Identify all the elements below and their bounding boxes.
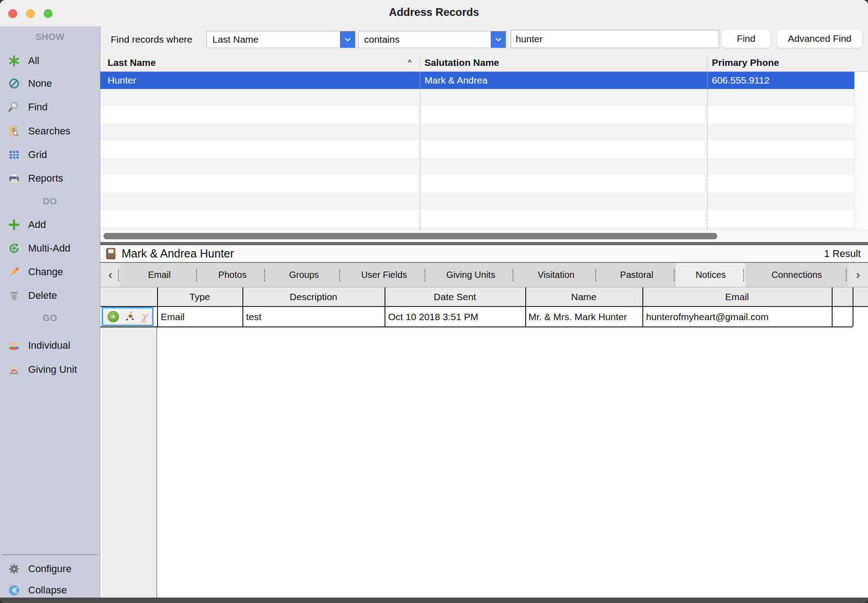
row-action-cell: χ [102, 307, 153, 326]
sidebar: SHOW All None Find Searches Grid Reports… [0, 26, 100, 598]
column-divider-dotted [707, 72, 708, 89]
grid-icon [8, 149, 20, 161]
column-divider[interactable] [707, 55, 708, 70]
cell-name: Mr. & Mrs. Mark Hunter [528, 307, 627, 326]
sidebar-item-grid[interactable]: Grid [0, 146, 100, 164]
runner-icon[interactable] [125, 311, 135, 323]
column-header-last-name[interactable]: Last Name [108, 54, 156, 71]
tab-separator [674, 269, 675, 281]
column-border [853, 307, 853, 326]
column-header-type[interactable]: Type [157, 287, 242, 306]
person-desk-icon [8, 364, 20, 376]
search-input[interactable] [511, 30, 719, 48]
column-border [642, 307, 643, 326]
find-button[interactable]: Find [721, 29, 771, 48]
action-column-strip [102, 327, 157, 598]
tab-separator [743, 269, 744, 281]
circular-add-icon [8, 242, 20, 254]
tab-photos[interactable]: Photos [198, 263, 266, 287]
tab-separator [595, 269, 596, 281]
operator-select[interactable]: contains [358, 31, 506, 48]
column-header-date-sent[interactable]: Date Sent [385, 287, 525, 306]
column-header-name[interactable]: Name [525, 287, 642, 306]
tab-separator [846, 269, 847, 281]
column-header-email[interactable]: Email [642, 287, 832, 306]
chevron-right-icon: › [856, 268, 860, 282]
result-row-selected[interactable]: Hunter Mark & Andrea 606.555.9112 [100, 72, 854, 89]
sidebar-item-giving-unit[interactable]: Giving Unit [0, 361, 100, 379]
app-window: Address Records SHOW All None Find Searc… [0, 0, 868, 603]
tab-user-fields[interactable]: User Fields [341, 263, 427, 287]
section-header-do: DO [0, 195, 100, 207]
record-header: Mark & Andrea Hunter 1 Result [100, 245, 868, 262]
column-border [832, 287, 833, 306]
tab-scroll-right[interactable]: › [848, 263, 868, 287]
find-prompt-label: Find records where [111, 34, 192, 45]
people-icon [8, 340, 20, 351]
operator-select-value: contains [364, 31, 399, 48]
tab-pastoral[interactable]: Pastoral [597, 263, 676, 287]
sidebar-item-label: Find [28, 98, 48, 116]
tab-groups[interactable]: Groups [266, 263, 341, 287]
address-book-icon [105, 247, 117, 260]
sidebar-item-label: Collapse [28, 581, 67, 599]
sidebar-item-searches[interactable]: Searches [0, 122, 100, 140]
notice-row[interactable]: χ Email test Oct 10 2018 3:51 PM Mr. & M… [100, 307, 853, 327]
cell-last-name: Hunter [108, 72, 136, 89]
column-border [242, 307, 243, 326]
sidebar-item-configure[interactable]: Configure [0, 560, 100, 578]
sidebar-item-individual[interactable]: Individual [0, 336, 100, 355]
field-select[interactable]: Last Name [207, 31, 355, 48]
horizontal-scrollbar-thumb[interactable] [104, 233, 717, 239]
tab-separator [424, 269, 425, 281]
delete-chi-icon[interactable]: χ [141, 311, 148, 322]
column-divider[interactable] [420, 55, 420, 70]
sidebar-item-find[interactable]: Find [0, 98, 100, 116]
sidebar-item-label: None [28, 74, 52, 93]
column-header-description[interactable]: Description [242, 287, 385, 306]
horizontal-scrollbar-track[interactable] [100, 230, 868, 242]
sidebar-item-multi-add[interactable]: Multi-Add [0, 239, 100, 257]
field-select-value: Last Name [212, 31, 259, 48]
sidebar-item-delete[interactable]: Delete [0, 287, 100, 305]
column-border [525, 307, 526, 326]
tab-separator [513, 269, 513, 281]
section-header-go: GO [0, 312, 100, 324]
sidebar-item-label: Configure [28, 560, 71, 578]
sidebar-item-change[interactable]: Change [0, 263, 100, 281]
sidebar-item-label: All [28, 52, 39, 70]
tab-notices[interactable]: Notices [676, 263, 745, 287]
asterisk-icon [8, 55, 20, 67]
column-header-primary-phone[interactable]: Primary Phone [712, 54, 779, 71]
tab-separator [339, 269, 340, 281]
sort-indicator[interactable]: ^ [408, 54, 412, 71]
column-header-salutation[interactable]: Salutation Name [424, 54, 499, 71]
pane-divider[interactable] [100, 242, 868, 245]
vertical-scrollbar-track[interactable] [854, 72, 866, 230]
column-divider-dotted [420, 72, 420, 89]
sidebar-item-none[interactable]: None [0, 74, 100, 93]
tab-scroll-left[interactable]: ‹ [100, 263, 120, 287]
sidebar-item-reports[interactable]: Reports [0, 169, 100, 188]
tab-connections[interactable]: Connections [745, 263, 848, 287]
empty-result-rows[interactable] [100, 89, 854, 230]
tab-separator [118, 269, 119, 281]
tab-email[interactable]: Email [120, 263, 198, 287]
cell-date-sent: Oct 10 2018 3:51 PM [388, 307, 478, 326]
sidebar-item-label: Searches [28, 122, 70, 140]
tab-visitation[interactable]: Visitation [515, 263, 597, 287]
cell-description: test [246, 307, 261, 326]
sidebar-item-all[interactable]: All [0, 52, 100, 70]
advanced-find-button[interactable]: Advanced Find [777, 29, 863, 48]
sidebar-item-label: Delete [28, 287, 57, 305]
tab-giving-units[interactable]: Giving Units [427, 263, 515, 287]
window-bottom-edge [0, 598, 868, 603]
chevron-down-icon [340, 31, 355, 48]
result-count: 1 Result [824, 248, 861, 260]
sidebar-item-collapse[interactable]: Collapse [0, 581, 100, 599]
column-border [853, 287, 853, 306]
detail-table-header: Type Description Date Sent Name Email [100, 287, 868, 307]
sidebar-item-add[interactable]: Add [0, 216, 100, 234]
tab-separator [264, 269, 265, 281]
send-arrow-icon[interactable] [108, 311, 119, 322]
